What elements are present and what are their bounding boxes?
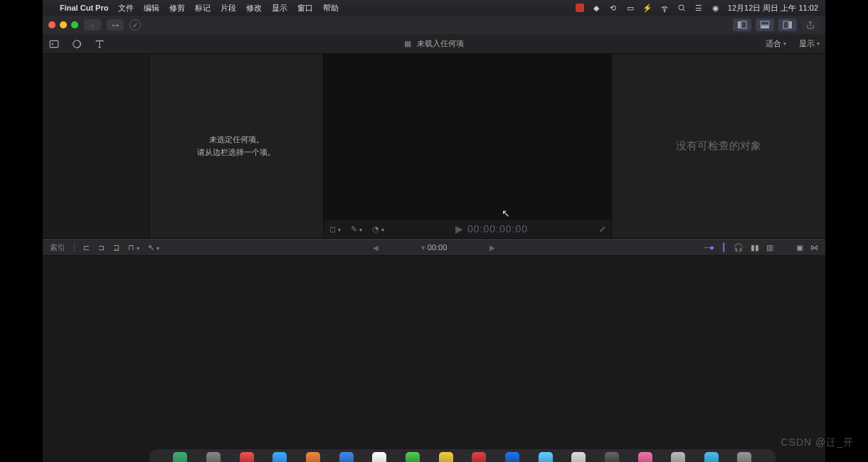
dock-item[interactable] xyxy=(571,452,586,462)
timeline-area[interactable] xyxy=(43,256,825,462)
svg-point-10 xyxy=(52,43,53,44)
viewer-panel[interactable]: ◻ ▾ ✎ ▾ ◔ ▾ ▶ 00:00:00:00 ⤢ xyxy=(324,54,612,238)
audio-skimming-icon[interactable]: ┃ xyxy=(721,243,726,252)
dock-item[interactable] xyxy=(240,452,254,462)
append-clip-icon[interactable]: ⊒ xyxy=(113,243,120,252)
viewer-title: 未载入任何项 xyxy=(417,38,464,49)
dock-item[interactable] xyxy=(439,452,453,462)
dock-item[interactable] xyxy=(173,452,187,462)
app-window: ↓ ⊶ ✓ ▦ 未载入任何项 适合▾ 显示▾ xyxy=(43,16,825,462)
keyword-button[interactable]: ⊶ xyxy=(107,19,124,31)
import-button[interactable]: ↓ xyxy=(84,19,101,31)
menu-trim[interactable]: 修剪 xyxy=(169,3,185,14)
svg-rect-3 xyxy=(741,21,746,28)
titles-sidebar-icon[interactable] xyxy=(94,38,105,50)
library-sidebar-icon[interactable] xyxy=(48,38,60,50)
status-sync-icon[interactable]: ⟲ xyxy=(608,3,618,13)
recording-indicator-icon[interactable] xyxy=(576,4,584,12)
secondary-toolbar: ▦ 未载入任何项 适合▾ 显示▾ xyxy=(43,34,825,54)
overwrite-clip-icon[interactable]: ⊓ ▾ xyxy=(128,243,139,252)
connect-clip-icon[interactable]: ⊏ xyxy=(83,243,90,252)
lanes-icon[interactable]: ▥ xyxy=(766,243,773,252)
dock-item[interactable] xyxy=(206,452,221,462)
svg-rect-9 xyxy=(50,41,58,47)
dock-item[interactable] xyxy=(339,452,354,462)
background-tasks-button[interactable]: ✓ xyxy=(129,19,141,31)
dock-item[interactable] xyxy=(638,452,652,462)
menu-clip[interactable]: 片段 xyxy=(221,3,236,14)
separator xyxy=(74,242,75,252)
timeline-history-forward-icon[interactable]: ▶ xyxy=(489,244,495,252)
app-name[interactable]: Final Cut Pro xyxy=(60,4,108,12)
timeline-layout-button[interactable] xyxy=(756,18,774,31)
svg-point-1 xyxy=(679,5,684,10)
insert-clip-icon[interactable]: ⊐ xyxy=(98,243,105,252)
effects-browser-icon[interactable]: ▣ xyxy=(796,243,803,252)
viewer-zoom-menu[interactable]: 适合▾ xyxy=(766,38,786,49)
share-button[interactable] xyxy=(801,18,820,31)
transform-tool-icon[interactable]: ◻ ▾ xyxy=(329,225,341,234)
dock-item[interactable] xyxy=(372,452,386,462)
zoom-window-button[interactable] xyxy=(71,21,78,28)
timeline-toolbar: 索引 ⊏ ⊐ ⊒ ⊓ ▾ ↖ ▾ ◀ ▾ 00:00 ▶ ─● ┃ 🎧 ▮▮ ▥… xyxy=(43,239,825,256)
dock-item[interactable] xyxy=(704,452,719,462)
menu-mark[interactable]: 标记 xyxy=(195,3,211,14)
library-sidebar[interactable] xyxy=(43,54,149,238)
dock-item[interactable] xyxy=(539,452,553,462)
svg-rect-5 xyxy=(761,26,769,28)
menubar-clock[interactable]: 12月12日 周日 上午 11:02 xyxy=(728,3,818,14)
svg-rect-2 xyxy=(738,21,741,28)
control-center-icon[interactable]: ☰ xyxy=(694,3,704,13)
close-window-button[interactable] xyxy=(48,21,55,28)
minimize-window-button[interactable] xyxy=(60,21,67,28)
menu-edit[interactable]: 编辑 xyxy=(144,3,159,14)
menu-window[interactable]: 窗口 xyxy=(297,3,313,14)
color-tool-icon[interactable]: ✎ ▾ xyxy=(351,225,362,234)
siri-icon[interactable]: ◉ xyxy=(711,3,721,13)
dock-item[interactable] xyxy=(272,452,287,462)
macos-dock[interactable] xyxy=(149,449,776,462)
watermark-text: CSDN @迁_开 xyxy=(780,436,854,449)
svg-rect-6 xyxy=(783,21,788,28)
retime-tool-icon[interactable]: ◔ ▾ xyxy=(372,225,384,234)
dock-item[interactable] xyxy=(472,452,486,462)
menu-file[interactable]: 文件 xyxy=(118,3,134,14)
browser-empty-line2: 请从边栏选择一个项。 xyxy=(197,146,275,159)
snapping-icon[interactable]: ▮▮ xyxy=(751,243,759,252)
menu-help[interactable]: 帮助 xyxy=(323,3,339,14)
timeline-center-time: 00:00 xyxy=(428,243,448,252)
viewer-timecode: 00:00:00:00 xyxy=(467,223,528,235)
photos-sidebar-icon[interactable] xyxy=(71,38,83,50)
svg-point-0 xyxy=(664,11,665,11)
main-panels: 未选定任何项。 请从边栏选择一个项。 ◻ ▾ ✎ ▾ ◔ ▾ ▶ 00:00:0… xyxy=(43,54,825,239)
svg-rect-7 xyxy=(789,21,792,28)
inspector-layout-button[interactable] xyxy=(778,18,797,31)
timeline-history-back-icon[interactable]: ◀ xyxy=(373,244,379,252)
dock-item[interactable] xyxy=(605,452,619,462)
solo-icon[interactable]: 🎧 xyxy=(734,243,743,252)
menu-view[interactable]: 显示 xyxy=(272,3,287,14)
browser-layout-button[interactable] xyxy=(733,18,751,31)
dock-item[interactable] xyxy=(306,452,320,462)
dock-item[interactable] xyxy=(671,452,685,462)
tools-menu-icon[interactable]: ↖ ▾ xyxy=(148,243,159,252)
viewer-media-icon: ▦ xyxy=(404,39,411,48)
timeline-index-button[interactable]: 索引 xyxy=(50,242,65,253)
search-icon[interactable] xyxy=(677,3,687,13)
viewer-display-menu[interactable]: 显示▾ xyxy=(799,38,820,49)
menu-modify[interactable]: 修改 xyxy=(246,3,262,14)
transitions-browser-icon[interactable]: ⋈ xyxy=(810,243,818,252)
battery-icon[interactable]: ⚡ xyxy=(642,3,652,13)
status-app-icon[interactable]: ◆ xyxy=(591,3,601,13)
browser-empty-line1: 未选定任何项。 xyxy=(209,134,264,146)
fullscreen-icon[interactable]: ⤢ xyxy=(599,225,605,234)
dock-item[interactable] xyxy=(737,452,751,462)
dock-item[interactable] xyxy=(406,452,420,462)
status-display-icon[interactable]: ▭ xyxy=(625,3,635,13)
wifi-icon[interactable] xyxy=(660,3,669,13)
browser-panel[interactable]: 未选定任何项。 请从边栏选择一个项。 xyxy=(149,54,324,238)
skimming-icon[interactable]: ─● xyxy=(704,243,714,252)
dock-item[interactable] xyxy=(505,452,519,462)
macos-menubar: Final Cut Pro 文件 编辑 修剪 标记 片段 修改 显示 窗口 帮助… xyxy=(43,0,825,16)
inspector-panel[interactable]: 没有可检查的对象 xyxy=(612,54,825,238)
